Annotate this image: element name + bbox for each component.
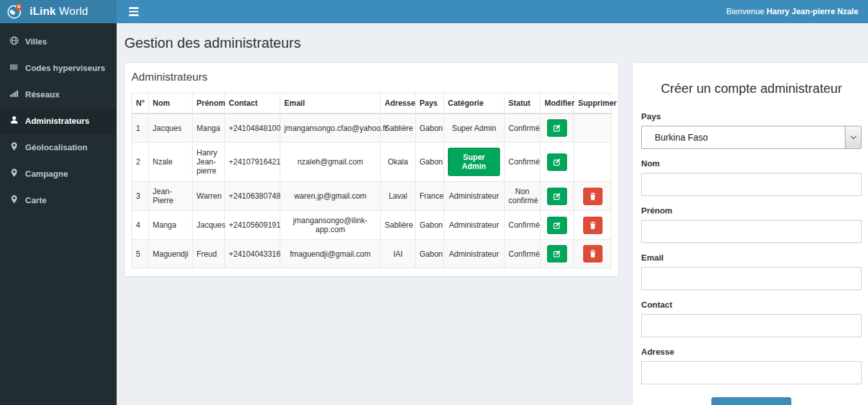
pays-label: Pays xyxy=(641,112,862,121)
adresse-label: Adresse xyxy=(641,347,862,357)
table-row: 3 Jean-Pierre Warren +24106380748 waren.… xyxy=(132,182,612,211)
globe-pin-logo-icon: $ xyxy=(6,2,24,22)
column-header: Pays xyxy=(416,94,444,114)
adresse-input[interactable] xyxy=(641,361,862,384)
column-header: Contact xyxy=(225,94,280,114)
sidebar-item-label: Géolocalisation xyxy=(25,143,88,152)
map-marker-icon xyxy=(10,195,19,206)
map-marker-icon xyxy=(10,142,19,153)
delete-button[interactable] xyxy=(583,188,603,205)
delete-button[interactable] xyxy=(583,245,603,262)
map-marker-icon xyxy=(10,168,19,179)
column-header: Adresse xyxy=(381,94,416,114)
sidebar-item-administrateurs[interactable]: Administrateurs xyxy=(0,108,117,134)
column-header: Catégorie xyxy=(444,94,505,114)
edit-button[interactable] xyxy=(547,217,567,234)
edit-button[interactable] xyxy=(547,188,567,205)
brand-logo[interactable]: $ iLink World xyxy=(0,0,117,23)
nom-field-group: Nom xyxy=(641,159,862,196)
table-row: 1 Jacques Manga +24104848100 jmangansong… xyxy=(132,114,612,143)
page-title: Gestion des administrateurs xyxy=(124,35,862,52)
sidebar-item-carte[interactable]: Carte xyxy=(0,187,117,213)
prenom-label: Prénom xyxy=(641,206,862,215)
edit-button[interactable] xyxy=(547,119,567,137)
sidebar: Villes Codes hyperviseurs Réseaux Admini… xyxy=(0,23,117,405)
prenom-input[interactable] xyxy=(641,220,862,243)
sidebar-item-label: Villes xyxy=(25,37,47,46)
column-header: Modifier xyxy=(541,94,574,114)
svg-text:$: $ xyxy=(18,4,21,8)
administrators-table: N° Nom Prénom Contact Email Adresse Pays… xyxy=(131,93,612,268)
contact-input[interactable] xyxy=(641,314,862,337)
navbar: Bienvenue Hanry Jean-pierre Nzale xyxy=(117,0,868,23)
column-header: Nom xyxy=(149,94,193,114)
column-header: N° xyxy=(132,94,149,114)
main-content: Gestion des administrateurs Administrate… xyxy=(117,23,868,405)
table-header-row: N° Nom Prénom Contact Email Adresse Pays… xyxy=(132,94,612,114)
globe-icon xyxy=(10,36,19,47)
pays-select-value: Burkina Faso xyxy=(642,126,845,148)
panel-title: Administrateurs xyxy=(125,63,618,93)
sidebar-menu: Villes Codes hyperviseurs Réseaux Admini… xyxy=(0,23,117,213)
sidebar-item-villes[interactable]: Villes xyxy=(0,28,117,55)
create-account-button[interactable]: Créer le compte xyxy=(711,397,791,405)
prenom-field-group: Prénom xyxy=(641,206,862,243)
chevron-down-icon xyxy=(845,126,861,148)
adresse-field-group: Adresse xyxy=(641,347,862,384)
column-header: Statut xyxy=(505,94,541,114)
contact-label: Contact xyxy=(641,300,862,310)
contact-field-group: Contact xyxy=(641,300,862,337)
administrators-panel: Administrateurs N° Nom Prénom Contact Em… xyxy=(124,62,619,277)
sidebar-item-label: Réseaux xyxy=(25,90,59,99)
table-row: 2 Nzale Hanry Jean-pierre +24107916421 n… xyxy=(132,143,612,182)
pays-select[interactable]: Burkina Faso xyxy=(641,126,862,149)
column-header: Prénom xyxy=(193,94,225,114)
sidebar-item-reseaux[interactable]: Réseaux xyxy=(0,81,117,108)
table-row: 4 Manga Jacques +24105609191 jmangansong… xyxy=(132,211,612,240)
edit-button[interactable] xyxy=(547,153,567,171)
barcode-icon xyxy=(10,63,19,74)
sidebar-item-label: Campagne xyxy=(25,169,68,179)
sidebar-item-label: Codes hyperviseurs xyxy=(25,63,105,73)
delete-button[interactable] xyxy=(583,217,603,234)
pays-field-group: Pays Burkina Faso xyxy=(641,112,862,149)
column-header: Email xyxy=(280,94,381,114)
sidebar-item-codes-hyperviseurs[interactable]: Codes hyperviseurs xyxy=(0,55,117,81)
sidebar-item-label: Administrateurs xyxy=(25,116,90,126)
create-admin-panel: Créer un compte administrateur Pays Burk… xyxy=(632,62,868,405)
brand-name: iLink World xyxy=(30,5,88,18)
signal-bars-icon xyxy=(10,89,19,100)
user-icon xyxy=(10,115,19,126)
sidebar-toggle-icon[interactable] xyxy=(126,3,141,20)
column-header: Supprimer xyxy=(574,94,612,114)
nom-input[interactable] xyxy=(641,173,862,196)
form-title: Créer un compte administrateur xyxy=(641,81,862,96)
sidebar-item-geolocalisation[interactable]: Géolocalisation xyxy=(0,134,117,161)
email-field-group: Email xyxy=(641,253,862,290)
table-row: 5 Maguendji Freud +24104043316 fmaguendj… xyxy=(132,240,612,268)
edit-button[interactable] xyxy=(547,245,567,262)
welcome-message: Bienvenue Hanry Jean-pierre Nzale xyxy=(726,7,858,16)
top-bar: $ iLink World Bienvenue Hanry Jean-pierr… xyxy=(0,0,868,23)
super-admin-button[interactable]: Super Admin xyxy=(448,148,500,176)
sidebar-item-campagne[interactable]: Campagne xyxy=(0,161,117,187)
email-label: Email xyxy=(641,253,862,262)
email-input[interactable] xyxy=(641,267,862,290)
nom-label: Nom xyxy=(641,159,862,168)
sidebar-item-label: Carte xyxy=(25,195,46,205)
